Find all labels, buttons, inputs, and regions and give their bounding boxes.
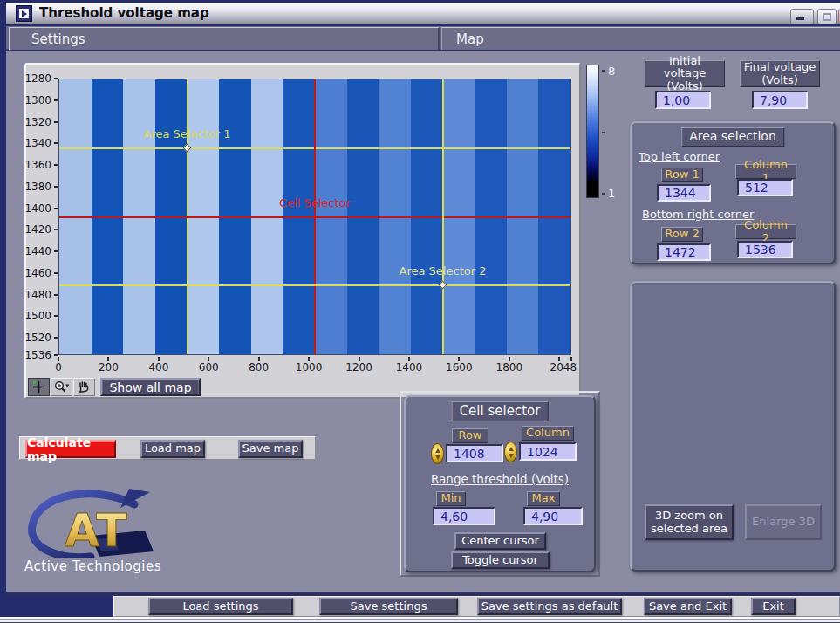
- colorbar-tick: [602, 132, 605, 134]
- column2-field[interactable]: 1536: [737, 241, 793, 258]
- final-voltage-label: Final voltage (Volts): [740, 60, 820, 87]
- top-left-corner-label: Top left corner: [639, 150, 720, 163]
- x-tick-label: 0: [55, 361, 62, 373]
- x-tick-label: 1800: [496, 361, 523, 373]
- column1-label: Column 1: [735, 164, 796, 179]
- zoom-3d-panel: 3D zoom on selected area Enlarge 3D: [630, 281, 836, 572]
- x-tick-label: 1200: [345, 361, 372, 373]
- row-label: Row: [452, 428, 488, 443]
- max-label: Max: [527, 491, 560, 506]
- y-tick-label: 1400: [19, 202, 51, 215]
- x-axis: 0200400600800100012001400160018002048: [58, 356, 571, 375]
- zoom-3d-button[interactable]: 3D zoom on selected area: [645, 504, 734, 540]
- cursor-vline[interactable]: [442, 79, 444, 354]
- row2-field[interactable]: 1472: [657, 243, 711, 261]
- enlarge-3d-button[interactable]: Enlarge 3D: [745, 504, 822, 540]
- area-selection-title: Area selection: [681, 127, 784, 147]
- area-selection-panel: Area selection Top left corner Row 1 Col…: [630, 121, 836, 264]
- save-and-exit-button[interactable]: Save and Exit: [644, 598, 732, 615]
- minimize-icon: [796, 17, 804, 20]
- y-axis: 1280130013201340136013801400142014401460…: [19, 79, 58, 355]
- spin-up-icon[interactable]: [435, 448, 440, 453]
- cursor-label: Area Selector 2: [400, 264, 487, 277]
- colorbar-tick: [602, 193, 605, 195]
- spin-down-icon[interactable]: [509, 454, 514, 458]
- calculate-map-button[interactable]: Calculate map: [25, 440, 116, 458]
- initial-voltage-label: Initial voltage (Volts): [645, 60, 725, 87]
- minimize-button[interactable]: [790, 9, 814, 24]
- y-tick-label: 1480: [19, 289, 51, 301]
- y-tick-label: 1320: [19, 116, 51, 128]
- range-threshold-label: Range threshold (Volts): [431, 472, 569, 486]
- max-field[interactable]: 4,90: [523, 507, 583, 525]
- initial-voltage-field[interactable]: 1,00: [655, 91, 711, 109]
- run-arrow-icon: [22, 10, 27, 17]
- cursor-label: Cell Selector: [279, 196, 351, 209]
- x-tick-label: 1400: [396, 361, 423, 373]
- column-spinner[interactable]: [504, 442, 517, 462]
- tab-strip: Settings Map: [6, 26, 840, 50]
- colorbar-tick: [602, 70, 605, 72]
- toggle-cursor-button[interactable]: Toggle cursor: [451, 551, 550, 569]
- logo-graphic: AT: [14, 485, 184, 558]
- svg-text:AT: AT: [65, 504, 127, 557]
- bottom-right-corner-label: Bottom right corner: [642, 208, 754, 221]
- x-tick-label: 200: [99, 361, 119, 373]
- pan-tool-button[interactable]: [73, 378, 95, 396]
- crosshair-tool-button[interactable]: [28, 378, 50, 396]
- y-tick-label: 1300: [19, 94, 51, 106]
- save-settings-button[interactable]: Save settings: [319, 598, 458, 615]
- column-label: Column: [522, 426, 574, 441]
- min-field[interactable]: 4,60: [433, 507, 495, 525]
- cursor-vline[interactable]: [314, 79, 316, 354]
- tab-settings[interactable]: Settings: [9, 27, 440, 50]
- y-tick-label: 1440: [19, 245, 51, 257]
- cell-selector-panel: Cell selector Row Column 1408 1024 Range…: [404, 395, 596, 572]
- center-cursor-button[interactable]: Center cursor: [454, 532, 546, 550]
- y-tick-label: 1280: [19, 72, 51, 85]
- x-tick-label: 400: [148, 361, 168, 373]
- tab-map[interactable]: Map: [441, 27, 840, 50]
- row-spinner[interactable]: [431, 443, 444, 464]
- x-tick-label: 1600: [446, 361, 473, 373]
- x-tick-label: 2048: [550, 361, 577, 373]
- maximize-icon: [823, 13, 831, 21]
- colorbar-max-label: 8: [608, 65, 615, 78]
- plot-area[interactable]: Area Selector 1Cell SelectorArea Selecto…: [58, 79, 571, 355]
- load-settings-button[interactable]: Load settings: [148, 598, 293, 615]
- cursor-hline[interactable]: [59, 284, 570, 286]
- y-tick-label: 1360: [19, 159, 51, 171]
- load-map-button[interactable]: Load map: [140, 440, 205, 458]
- column-field[interactable]: 1024: [519, 442, 577, 461]
- spin-down-icon[interactable]: [435, 455, 440, 460]
- colorbar: [586, 65, 599, 198]
- save-settings-default-button[interactable]: Save settings as default: [477, 598, 622, 615]
- magnifier-icon: [53, 380, 70, 394]
- hand-icon: [76, 380, 92, 394]
- spin-up-icon[interactable]: [509, 447, 514, 451]
- show-all-map-button[interactable]: Show all map: [100, 378, 201, 396]
- final-voltage-field[interactable]: 7,90: [752, 91, 808, 109]
- x-tick-label: 1000: [296, 361, 323, 373]
- row2-label: Row 2: [661, 227, 703, 242]
- x-tick-label: 800: [249, 361, 269, 373]
- window-title: Threshold voltage map: [39, 5, 209, 21]
- exit-button[interactable]: Exit: [751, 598, 796, 615]
- cell-selector-title: Cell selector: [452, 401, 549, 421]
- maximize-button[interactable]: [817, 9, 837, 24]
- y-tick-label: 1420: [19, 223, 51, 236]
- y-tick-label: 1460: [19, 267, 51, 279]
- active-technologies-logo: AT Active Technologies: [14, 485, 184, 578]
- app-window: Threshold voltage map Settings Map 12801…: [0, 0, 840, 623]
- save-map-button[interactable]: Save map: [238, 440, 303, 458]
- row-field[interactable]: 1408: [446, 444, 503, 462]
- column1-field[interactable]: 512: [737, 179, 793, 196]
- y-tick-label: 1520: [19, 332, 51, 344]
- cell-selector-frame: Cell selector Row Column 1408 1024 Range…: [400, 391, 600, 577]
- logo-wordmark: Active Technologies: [24, 558, 161, 574]
- row1-field[interactable]: 1344: [657, 184, 711, 202]
- y-tick-label: 1380: [19, 181, 51, 193]
- zoom-tool-button[interactable]: [51, 378, 72, 396]
- crosshair-icon: [31, 380, 47, 394]
- x-tick-label: 600: [199, 361, 219, 373]
